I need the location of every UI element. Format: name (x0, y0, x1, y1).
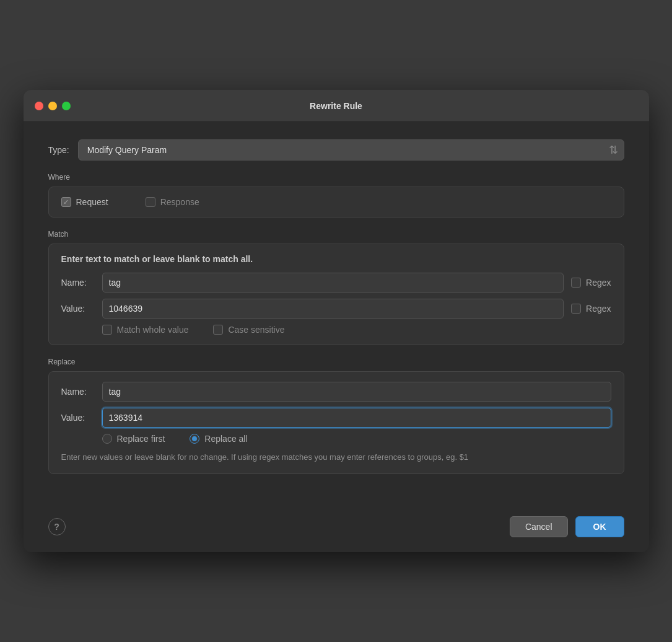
maximize-button[interactable] (62, 102, 71, 110)
replace-value-label: Value: (61, 413, 95, 423)
match-options-row: Match whole value Case sensitive (61, 325, 611, 335)
minimize-button[interactable] (48, 102, 57, 110)
match-name-regex-checkbox[interactable] (571, 278, 581, 288)
response-checkbox-item[interactable]: Response (146, 197, 199, 207)
match-value-label: Value: (61, 304, 95, 314)
bottom-bar: ? Cancel OK (24, 504, 649, 552)
replace-first-item[interactable]: Replace first (102, 434, 165, 444)
where-label: Where (48, 173, 624, 182)
response-checkbox[interactable] (146, 197, 155, 207)
type-row: Type: Modify Query Param ⇅ (48, 139, 624, 160)
type-select[interactable]: Modify Query Param (78, 139, 624, 160)
main-content: Type: Modify Query Param ⇅ Where Request… (24, 122, 649, 504)
replace-name-label: Name: (61, 387, 95, 397)
traffic-lights (35, 102, 71, 110)
replace-first-label: Replace first (117, 434, 165, 444)
replace-all-label: Replace all (204, 434, 247, 444)
match-value-input[interactable] (102, 299, 564, 319)
match-value-row: Value: Regex (61, 299, 611, 319)
response-label: Response (160, 197, 199, 207)
case-sensitive-item[interactable]: Case sensitive (213, 325, 284, 335)
match-value-regex-label: Regex (586, 304, 611, 314)
replace-name-row: Name: (61, 382, 611, 402)
replace-all-item[interactable]: Replace all (190, 434, 247, 444)
close-button[interactable] (35, 102, 43, 110)
match-value-regex-checkbox[interactable] (571, 304, 581, 314)
match-name-input[interactable] (102, 273, 564, 292)
replace-value-input[interactable] (102, 408, 611, 428)
action-buttons: Cancel OK (510, 516, 624, 537)
match-whole-value-checkbox[interactable] (102, 325, 112, 335)
where-row: Request Response (61, 197, 611, 207)
match-name-row: Name: Regex (61, 273, 611, 292)
replace-options-row: Replace first Replace all (61, 434, 611, 444)
match-label: Match (48, 230, 624, 239)
match-value-regex-group: Regex (571, 304, 611, 314)
window: Rewrite Rule Type: Modify Query Param ⇅ … (24, 90, 649, 552)
type-select-wrapper: Modify Query Param ⇅ (78, 139, 624, 160)
replace-value-row: Value: (61, 408, 611, 428)
type-label: Type: (48, 145, 69, 155)
replace-all-radio[interactable] (190, 434, 199, 444)
where-box: Request Response (48, 187, 624, 218)
case-sensitive-checkbox[interactable] (213, 325, 223, 335)
replace-label: Replace (48, 358, 624, 366)
match-name-label: Name: (61, 278, 95, 288)
replace-box: Name: Value: Replace first Replace all (48, 371, 624, 474)
match-box: Enter text to match or leave blank to ma… (48, 244, 624, 345)
match-whole-value-item[interactable]: Match whole value (102, 325, 189, 335)
help-button[interactable]: ? (48, 518, 66, 535)
match-name-regex-label: Regex (586, 278, 611, 288)
request-checkbox[interactable] (61, 197, 71, 207)
cancel-button[interactable]: Cancel (510, 516, 568, 537)
titlebar: Rewrite Rule (24, 90, 649, 122)
replace-hint: Enter new values or leave blank for no c… (61, 451, 611, 464)
replace-first-radio[interactable] (102, 434, 112, 444)
match-name-regex-group: Regex (571, 278, 611, 288)
request-label: Request (76, 197, 108, 207)
ok-button[interactable]: OK (575, 516, 624, 537)
window-title: Rewrite Rule (310, 101, 362, 111)
request-checkbox-item[interactable]: Request (61, 197, 108, 207)
replace-name-input[interactable] (102, 382, 611, 402)
match-whole-value-label: Match whole value (117, 325, 189, 335)
match-hint: Enter text to match or leave blank to ma… (61, 254, 611, 264)
case-sensitive-label: Case sensitive (228, 325, 284, 335)
